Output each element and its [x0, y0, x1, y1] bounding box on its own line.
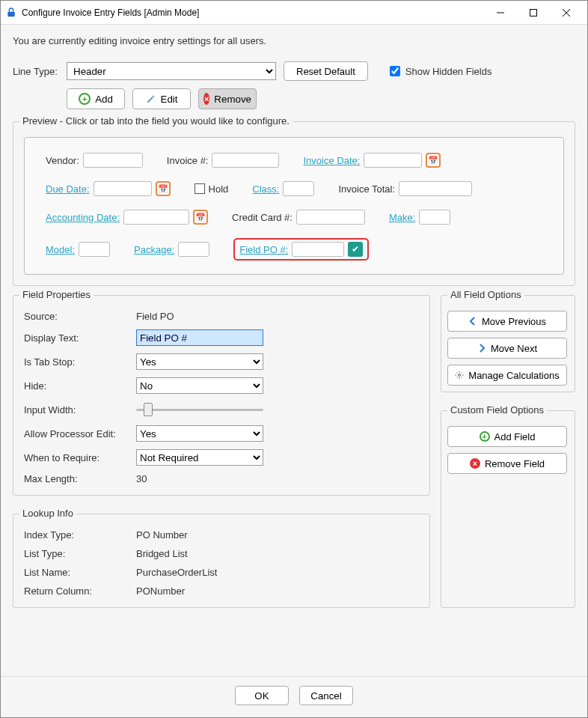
- toolbar: + Add Edit × Remove: [67, 88, 575, 109]
- preview-field-field-po-selected[interactable]: Field PO #: ✔: [233, 238, 369, 261]
- list-name-value: PurchaseOrderList: [136, 567, 419, 578]
- return-col-value: PONumber: [136, 585, 419, 597]
- plus-icon: +: [480, 431, 490, 442]
- preview-field-hold[interactable]: Hold: [195, 183, 229, 195]
- edit-button[interactable]: Edit: [132, 88, 191, 109]
- invoice-total-input[interactable]: [399, 181, 472, 196]
- invoice-num-input[interactable]: [212, 153, 279, 168]
- window: Configure Invoice Entry Fields [Admin Mo…: [0, 0, 588, 718]
- preview-field-class[interactable]: Class:: [252, 181, 314, 196]
- gear-icon: [455, 371, 464, 380]
- preview-row: Accounting Date: 📅 Credit Card #: Make:: [46, 210, 542, 225]
- plus-icon: +: [79, 93, 91, 105]
- all-field-options-fieldset: All Field Options Move Previous Move Nex…: [441, 295, 575, 392]
- accounting-date-input[interactable]: [123, 210, 189, 225]
- display-text-input[interactable]: [136, 329, 263, 346]
- cancel-button[interactable]: Cancel: [299, 686, 353, 705]
- preview-field-invoice-date[interactable]: Invoice Date: 📅: [303, 153, 441, 168]
- show-hidden-label: Show Hidden Fields: [405, 66, 492, 77]
- check-icon[interactable]: ✔: [348, 242, 363, 257]
- manage-calculations-button[interactable]: Manage Calculations: [447, 365, 567, 386]
- x-icon: ×: [203, 93, 209, 105]
- titlebar: Configure Invoice Entry Fields [Admin Mo…: [1, 1, 587, 25]
- preview-field-accounting-date[interactable]: Accounting Date: 📅: [46, 210, 208, 225]
- preview-field-vendor[interactable]: Vendor:: [46, 153, 143, 168]
- index-type-value: PO Number: [136, 529, 419, 541]
- lookup-legend: Lookup Info: [19, 508, 76, 519]
- calendar-icon[interactable]: 📅: [193, 210, 208, 225]
- show-hidden-checkbox[interactable]: [390, 66, 400, 76]
- source-value: Field PO: [136, 311, 419, 322]
- all-field-options-legend: All Field Options: [447, 289, 524, 300]
- footer: OK Cancel: [1, 676, 587, 717]
- package-input[interactable]: [178, 242, 209, 257]
- credit-card-input[interactable]: [296, 210, 365, 225]
- field-properties-fieldset: Field Properties Source:Field PO Display…: [13, 295, 430, 496]
- make-input[interactable]: [419, 210, 450, 225]
- lookup-info-fieldset: Lookup Info Index Type:PO Number List Ty…: [13, 514, 430, 608]
- maximize-button[interactable]: [517, 1, 550, 24]
- move-previous-button[interactable]: Move Previous: [447, 311, 567, 332]
- preview-row: Vendor: Invoice #: Invoice Date: 📅: [46, 153, 542, 168]
- move-next-button[interactable]: Move Next: [447, 338, 567, 359]
- svg-rect-2: [530, 9, 537, 16]
- class-input[interactable]: [283, 181, 314, 196]
- ok-button[interactable]: OK: [235, 686, 289, 705]
- remove-field-button[interactable]: × Remove Field: [447, 453, 567, 474]
- linetype-row: Line Type: Header Reset Default Show Hid…: [13, 61, 575, 81]
- lock-icon: [5, 7, 17, 19]
- columns: Field Properties Source:Field PO Display…: [13, 295, 575, 617]
- window-title: Configure Invoice Entry Fields [Admin Mo…: [22, 7, 484, 18]
- add-field-button[interactable]: + Add Field: [447, 426, 567, 447]
- hide-select[interactable]: No: [136, 377, 263, 394]
- model-input[interactable]: [79, 242, 110, 257]
- svg-rect-0: [7, 11, 14, 16]
- preview-field-model[interactable]: Model:: [46, 242, 110, 257]
- calendar-icon[interactable]: 📅: [156, 181, 171, 196]
- intro-text: You are currently editing invoice entry …: [13, 35, 575, 46]
- custom-field-options-fieldset: Custom Field Options + Add Field × Remov…: [441, 410, 575, 608]
- add-button[interactable]: + Add: [67, 88, 125, 109]
- preview-box: Vendor: Invoice #: Invoice Date: 📅: [24, 137, 564, 275]
- preview-row: Due Date: 📅 Hold Class: Invoice Total:: [46, 181, 542, 196]
- due-date-input[interactable]: [94, 181, 152, 196]
- preview-field-make[interactable]: Make:: [389, 210, 450, 225]
- close-button[interactable]: [550, 1, 583, 24]
- calendar-icon[interactable]: 📅: [426, 153, 441, 168]
- preview-fieldset: Preview - Click or tab into the field yo…: [13, 121, 575, 286]
- linetype-select[interactable]: Header: [67, 62, 276, 80]
- invoice-date-input[interactable]: [364, 153, 422, 168]
- content: You are currently editing invoice entry …: [1, 25, 587, 676]
- svg-point-5: [459, 374, 461, 377]
- hold-checkbox[interactable]: [195, 183, 205, 194]
- preview-field-package[interactable]: Package:: [134, 242, 209, 257]
- right-column: All Field Options Move Previous Move Nex…: [441, 295, 575, 617]
- preview-field-credit-card[interactable]: Credit Card #:: [232, 210, 365, 225]
- max-length-value: 30: [136, 473, 419, 484]
- vendor-input[interactable]: [83, 153, 143, 168]
- field-properties-legend: Field Properties: [19, 289, 94, 300]
- reset-default-button[interactable]: Reset Default: [284, 61, 368, 81]
- preview-legend: Preview - Click or tab into the field yo…: [19, 115, 293, 127]
- linetype-label: Line Type:: [13, 66, 59, 77]
- preview-field-invoice-total[interactable]: Invoice Total:: [338, 181, 472, 196]
- left-column: Field Properties Source:Field PO Display…: [13, 295, 430, 617]
- chevron-right-icon: [477, 344, 486, 353]
- chevron-left-icon: [468, 317, 477, 326]
- minimize-button[interactable]: [484, 1, 517, 24]
- preview-field-due-date[interactable]: Due Date: 📅: [46, 181, 171, 196]
- pencil-icon: [146, 94, 156, 104]
- remove-button[interactable]: × Remove: [198, 88, 257, 109]
- allow-edit-select[interactable]: Yes: [136, 425, 263, 442]
- custom-field-options-legend: Custom Field Options: [447, 404, 547, 416]
- show-hidden-wrap: Show Hidden Fields: [387, 64, 492, 79]
- list-type-value: Bridged List: [136, 548, 419, 559]
- preview-field-invoice-num[interactable]: Invoice #:: [167, 153, 280, 168]
- when-require-select[interactable]: Not Required: [136, 449, 263, 466]
- input-width-slider[interactable]: [136, 401, 263, 418]
- is-tab-stop-select[interactable]: Yes: [136, 353, 263, 370]
- field-po-input[interactable]: [292, 242, 344, 257]
- x-icon: ×: [470, 458, 480, 469]
- preview-row: Model: Package: Field PO #: ✔: [46, 238, 542, 261]
